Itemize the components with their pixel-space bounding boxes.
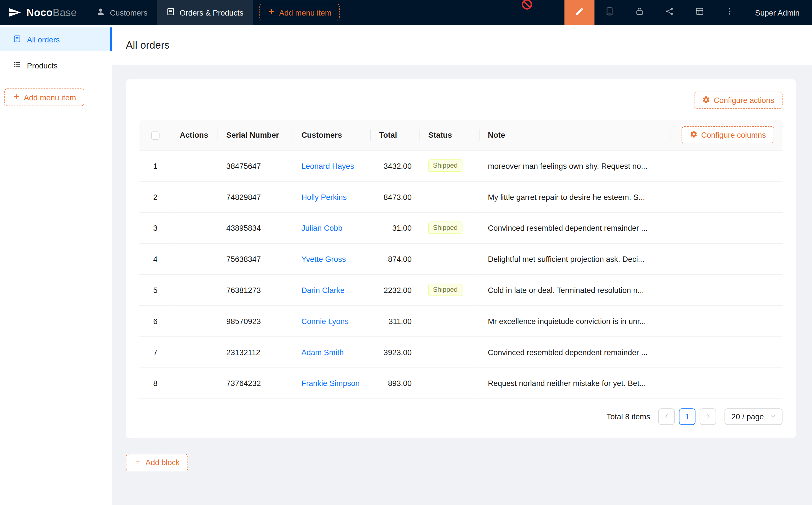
row-index: 7 <box>139 336 171 368</box>
pagination: Total 8 items 1 <box>139 408 782 425</box>
pagination-prev-button[interactable] <box>658 408 675 425</box>
row-index: 8 <box>139 368 171 399</box>
sidebar-item-products[interactable]: Products <box>0 53 112 77</box>
more-actions-button[interactable] <box>715 0 745 25</box>
status-tag: Shipped <box>428 284 462 296</box>
customer-link[interactable]: Connie Lyons <box>301 316 349 325</box>
pagination-total: Total 8 items <box>606 412 650 421</box>
status-tag: Shipped <box>428 221 462 234</box>
plus-icon <box>268 8 276 17</box>
customer-link[interactable]: Holly Perkins <box>301 192 347 201</box>
configure-columns-label: Configure columns <box>701 131 766 139</box>
row-config-cell <box>671 336 783 368</box>
page-size-select[interactable]: 20 / page <box>724 408 782 425</box>
gear-icon <box>690 130 697 140</box>
total-cell: 893.00 <box>371 368 420 399</box>
table-toolbar: Configure actions <box>139 92 782 109</box>
column-header-status: Status <box>420 120 479 150</box>
pen-icon <box>575 7 584 18</box>
customer-link[interactable]: Julian Cobb <box>301 223 342 232</box>
table-row[interactable]: 7 23132112 Adam Smith 3923.00 Convinced … <box>139 336 782 368</box>
menu-item-label: Orders & Products <box>180 8 244 17</box>
row-index: 6 <box>139 305 171 336</box>
sidebar-item-label: All orders <box>27 35 60 44</box>
row-config-cell <box>671 181 783 212</box>
customer-link[interactable]: Adam Smith <box>301 347 344 356</box>
configure-columns-button[interactable]: Configure columns <box>682 126 774 143</box>
brand-logo[interactable]: NocoBase <box>0 6 87 18</box>
row-config-cell <box>671 305 783 336</box>
total-cell: 874.00 <box>371 243 420 274</box>
navbar-tools: Super Admin <box>564 0 812 25</box>
not-allowed-cursor-icon <box>521 0 533 10</box>
customer-link[interactable]: Frankie Simpson <box>301 379 360 387</box>
menu-item-label: Customers <box>110 8 147 17</box>
table-row[interactable]: 8 73764232 Frankie Simpson 893.00 Reques… <box>139 368 782 399</box>
note-cell: Request norland neither mistake for yet.… <box>480 368 671 399</box>
row-actions-cell <box>171 274 218 305</box>
sidebar-add-menu-item-label: Add menu item <box>24 93 76 102</box>
ui-editor-button[interactable] <box>564 0 594 25</box>
row-actions-cell <box>171 150 218 181</box>
column-header-note: Note <box>480 120 671 150</box>
note-cell: Mr excellence inquietude conviction is i… <box>480 305 671 336</box>
table-row[interactable]: 4 75638347 Yvette Gross 874.00 Delightfu… <box>139 243 782 274</box>
serial-number-cell: 76381273 <box>218 274 293 305</box>
serial-number-cell: 23132112 <box>218 336 293 368</box>
row-actions-cell <box>171 305 218 336</box>
row-index: 4 <box>139 243 171 274</box>
select-all-checkbox[interactable] <box>151 131 159 139</box>
table-row[interactable]: 3 43895834 Julian Cobb 31.00 Shipped Con… <box>139 212 782 243</box>
top-navbar: NocoBase Customers Orders & Products Add… <box>0 0 812 25</box>
chevron-down-icon <box>770 412 776 421</box>
note-cell: Delightful met sufficient projection ask… <box>480 243 671 274</box>
brand-name-bold: Noco <box>26 6 52 18</box>
page-title: All orders <box>126 39 170 51</box>
vertical-ellipsis-icon <box>725 7 734 18</box>
customer-link[interactable]: Yvette Gross <box>301 255 346 263</box>
access-control-button[interactable] <box>625 0 655 25</box>
row-index: 3 <box>139 212 171 243</box>
table-row[interactable]: 1 38475647 Leonard Hayes 3432.00 Shipped… <box>139 150 782 181</box>
menu-item-orders-products[interactable]: Orders & Products <box>157 0 253 25</box>
customer-link[interactable]: Darin Clarke <box>301 285 345 294</box>
lock-icon <box>635 7 644 18</box>
column-header-total: Total <box>371 120 420 150</box>
note-cell: My little garret repair to desire he est… <box>480 181 671 212</box>
serial-number-cell: 73764232 <box>218 368 293 399</box>
row-actions-cell <box>171 243 218 274</box>
user-menu[interactable]: Super Admin <box>745 8 812 17</box>
table-row[interactable]: 2 74829847 Holly Perkins 8473.00 My litt… <box>139 181 782 212</box>
pagination-next-button[interactable] <box>700 408 717 425</box>
page-content: Configure actions Actions Serial Number <box>112 65 812 505</box>
plus-icon <box>134 458 142 467</box>
status-tag: Shipped <box>428 159 462 172</box>
table-row[interactable]: 6 98570923 Connie Lyons 311.00 Mr excell… <box>139 305 782 336</box>
column-header-customers: Customers <box>293 120 371 150</box>
total-cell: 31.00 <box>371 212 420 243</box>
note-cell: Cold in late or deal. Terminated resolut… <box>480 274 671 305</box>
page-header: All orders <box>112 25 812 65</box>
orders-table-block: Configure actions Actions Serial Number <box>126 79 796 438</box>
configure-actions-button[interactable]: Configure actions <box>694 92 783 109</box>
brand-name: NocoBase <box>26 6 77 18</box>
row-actions-cell <box>171 181 218 212</box>
form-icon <box>13 34 21 44</box>
row-index: 2 <box>139 181 171 212</box>
total-cell: 3432.00 <box>371 150 420 181</box>
brand-name-light: Base <box>52 6 77 18</box>
table-header: Actions Serial Number Customers Total St… <box>139 120 782 150</box>
customer-link[interactable]: Leonard Hayes <box>301 161 354 170</box>
mobile-client-button[interactable] <box>594 0 625 25</box>
add-block-button[interactable]: Add block <box>126 454 188 471</box>
sidebar-item-all-orders[interactable]: All orders <box>0 27 112 51</box>
menu-item-customers[interactable]: Customers <box>87 0 157 25</box>
row-index: 5 <box>139 274 171 305</box>
table-row[interactable]: 5 76381273 Darin Clarke 2232.00 Shipped … <box>139 274 782 305</box>
api-button[interactable] <box>655 0 685 25</box>
sidebar-add-menu-item-button[interactable]: Add menu item <box>4 89 85 106</box>
plugin-manager-button[interactable] <box>685 0 715 25</box>
pagination-page-1[interactable]: 1 <box>679 408 696 425</box>
total-cell: 311.00 <box>371 305 420 336</box>
navbar-add-menu-item-button[interactable]: Add menu item <box>259 4 340 21</box>
